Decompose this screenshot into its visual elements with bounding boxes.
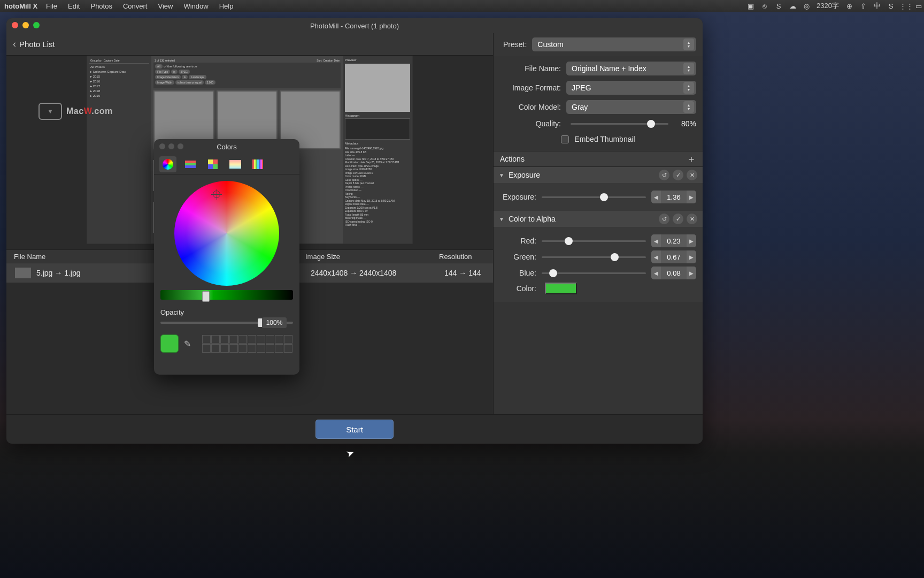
opacity-label: Opacity <box>154 303 299 318</box>
clock-icon[interactable]: ⊕ <box>844 2 854 10</box>
opacity-value[interactable]: 100% <box>262 317 287 328</box>
image-tab[interactable] <box>227 156 244 172</box>
stepper-right-icon[interactable]: ▶ <box>687 191 696 203</box>
input-count[interactable]: 2320字 <box>815 1 841 11</box>
col-resolution[interactable]: Resolution <box>432 253 493 261</box>
remove-icon[interactable]: ✕ <box>687 170 697 180</box>
green-stepper[interactable]: ◀0.67▶ <box>651 250 696 263</box>
menu-photos[interactable]: Photos <box>90 2 112 10</box>
preset-select[interactable]: Custom ▲▼ <box>532 37 696 51</box>
ime-icon[interactable]: 中 <box>872 1 882 11</box>
colors-titlebar[interactable]: Colors <box>154 139 299 154</box>
action-exposure-header[interactable]: ▼ Exposure ↺ ✓ ✕ <box>494 167 703 183</box>
brightness-thumb[interactable] <box>202 291 210 302</box>
color-swatch[interactable] <box>545 283 577 294</box>
check-icon[interactable]: ✓ <box>673 170 683 180</box>
chevron-left-icon: ‹ <box>13 39 16 50</box>
camera-icon[interactable]: ▣ <box>745 2 756 10</box>
window-titlebar: PhotoMill - Convert (1 photo) <box>6 18 703 33</box>
select-arrows-icon: ▲▼ <box>683 101 694 113</box>
opacity-slider[interactable]: 100% <box>160 322 293 324</box>
colors-traffic-lights[interactable] <box>159 143 183 149</box>
preset-value: Custom <box>537 40 563 49</box>
colors-panel[interactable]: Colors Opacity 100% ✎ <box>154 139 299 375</box>
check-icon[interactable]: ✓ <box>673 214 683 224</box>
cell-image-size: 2440x1408 → 2440x1408 <box>303 269 437 277</box>
app-window: PhotoMill - Convert (1 photo) ‹ Photo Li… <box>6 18 703 444</box>
menu-convert[interactable]: Convert <box>123 2 148 10</box>
embed-thumbnail-label: Embed Thumbnail <box>574 135 635 143</box>
menu-view[interactable]: View <box>158 2 173 10</box>
brightness-slider[interactable] <box>160 290 293 300</box>
red-slider[interactable] <box>542 240 646 242</box>
color-wheel[interactable] <box>174 181 279 286</box>
quality-slider[interactable] <box>571 123 668 125</box>
sliders-tab[interactable] <box>182 156 199 172</box>
start-button[interactable]: Start <box>315 420 394 439</box>
sliders-icon <box>185 161 196 168</box>
close-button[interactable] <box>12 22 18 28</box>
battery-icon[interactable]: ▭ <box>913 2 924 10</box>
preset-row: Preset: Custom ▲▼ <box>493 33 703 56</box>
menu-file[interactable]: File <box>46 2 57 10</box>
palette-tab[interactable] <box>204 156 221 172</box>
select-arrows-icon: ▲▼ <box>683 63 694 74</box>
stepper-left-icon[interactable]: ◀ <box>651 191 661 203</box>
quality-value: 80% <box>673 119 696 128</box>
menu-window[interactable]: Window <box>183 2 208 10</box>
eyedropper-icon[interactable]: ✎ <box>184 339 197 349</box>
file-name-label: File Name: <box>500 64 566 73</box>
embed-thumbnail-checkbox[interactable] <box>561 135 569 143</box>
menu-help[interactable]: Help <box>219 2 234 10</box>
disclosure-triangle-icon: ▼ <box>499 216 504 222</box>
exposure-slider[interactable] <box>542 196 646 198</box>
reset-icon[interactable]: ↺ <box>659 170 669 180</box>
swatch-grid[interactable] <box>202 335 292 353</box>
preset-label: Preset: <box>503 40 527 49</box>
mic-icon[interactable]: ⇪ <box>858 2 868 10</box>
blue-label: Blue: <box>500 269 542 277</box>
zoom-button[interactable] <box>33 22 40 28</box>
file-name-select[interactable]: Original Name + Index ▲▼ <box>566 62 696 75</box>
cc-icon[interactable]: ◎ <box>801 2 812 10</box>
color-model-select[interactable]: Gray ▲▼ <box>566 100 696 114</box>
color-model-label: Color Model: <box>500 103 566 111</box>
add-action-button[interactable]: ＋ <box>687 153 696 165</box>
menu-edit[interactable]: Edit <box>68 2 80 10</box>
colors-title: Colors <box>217 143 237 151</box>
quality-label: Quality: <box>500 119 566 128</box>
red-stepper[interactable]: ◀0.23▶ <box>651 234 696 247</box>
app-menu[interactable]: hotoMill X <box>4 2 37 10</box>
chat-icon[interactable]: ☁ <box>787 2 798 10</box>
screen-icon: ▼ <box>38 103 62 120</box>
remove-icon[interactable]: ✕ <box>687 214 697 224</box>
blue-stepper[interactable]: ◀0.08▶ <box>651 267 696 279</box>
watermark-text: MacW.com <box>66 107 113 116</box>
s-icon[interactable]: S <box>773 2 784 10</box>
exposure-stepper[interactable]: ◀ 1.36 ▶ <box>651 191 696 203</box>
actions-header: Actions ＋ <box>494 151 703 167</box>
window-title: PhotoMill - Convert (1 photo) <box>310 22 399 30</box>
blue-slider[interactable] <box>542 272 646 274</box>
current-color-swatch[interactable] <box>160 334 179 353</box>
minimize-button[interactable] <box>22 22 29 28</box>
skype-icon[interactable]: S <box>886 2 896 10</box>
wheel-tab[interactable] <box>159 156 176 172</box>
color-wheel-icon <box>163 159 173 170</box>
cell-resolution: 144 → 144 <box>437 269 493 277</box>
wifi-icon[interactable]: ⋮⋮ <box>899 2 910 10</box>
exposure-label: Exposure: <box>500 193 542 201</box>
disclosure-triangle-icon: ▼ <box>499 172 504 178</box>
pencils-tab[interactable] <box>249 156 266 172</box>
watermark: ▼ MacW.com <box>38 103 113 120</box>
green-slider[interactable] <box>542 256 646 258</box>
col-image-size[interactable]: Image Size <box>298 253 432 261</box>
back-photo-list[interactable]: ‹ Photo List <box>13 39 55 50</box>
bookmark-icon[interactable]: ⎋ <box>759 2 770 10</box>
action-color-to-alpha-header[interactable]: ▼ Color to Alpha ↺ ✓ ✕ <box>494 211 703 227</box>
wheel-marker-icon[interactable] <box>213 191 220 198</box>
image-format-select[interactable]: JPEG ▲▼ <box>566 81 696 95</box>
reset-icon[interactable]: ↺ <box>659 214 669 224</box>
select-arrows-icon: ▲▼ <box>683 39 694 50</box>
palette-icon <box>208 159 218 169</box>
